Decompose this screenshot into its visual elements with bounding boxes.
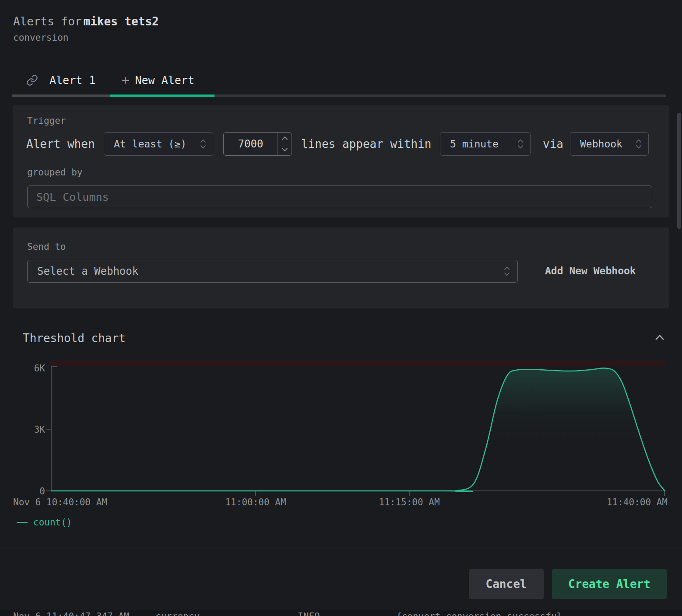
page-title-source-name: mikes tets2	[84, 15, 159, 28]
log-timestamp: Nov 6 11:40:47.347 AM	[13, 611, 130, 616]
background-log-row: Nov 6 11:40:47.347 AM currency INFO {con…	[0, 610, 682, 616]
chevron-down-icon	[281, 147, 288, 152]
y-tick-0: 0	[39, 486, 45, 497]
x-tick-1115: 11:15:00 AM	[379, 497, 439, 508]
comparator-value: At least (≥)	[114, 138, 186, 150]
trigger-middle-text: lines appear within	[301, 137, 431, 150]
tab-underline-inactive	[12, 94, 110, 97]
send-to-panel: Send to Select a Webhook Add New Webhook	[13, 228, 669, 308]
trigger-section-label: Trigger	[27, 116, 66, 126]
tab-alert-1[interactable]: Alert 1	[12, 66, 110, 94]
tab-new-alert-label: New Alert	[135, 74, 194, 87]
grouped-by-input[interactable]	[27, 186, 652, 208]
tab-new-alert[interactable]: + New Alert	[110, 66, 214, 94]
page-title: Alerts formikes tets2	[13, 15, 159, 28]
grouped-by-label: grouped by	[27, 167, 82, 178]
create-alert-button[interactable]: Create Alert	[552, 569, 667, 599]
count-series-area	[51, 368, 665, 491]
plus-icon: +	[122, 74, 129, 87]
footer-divider	[0, 549, 682, 549]
chevron-up-icon	[281, 136, 288, 140]
number-decrement-button[interactable]	[278, 144, 292, 155]
threshold-zone-band	[51, 360, 665, 366]
trigger-panel: Trigger Alert when At least (≥) lines ap…	[13, 105, 669, 217]
chart-legend: count()	[17, 517, 72, 528]
page-subtitle: conversion	[13, 32, 68, 43]
threshold-chart: 6K 3K 0 Nov 6 10:40:00 AM 11:00:00 AM 11…	[0, 341, 682, 529]
send-to-label: Send to	[27, 242, 66, 252]
scrollbar-thumb[interactable]	[677, 113, 681, 229]
comparator-select[interactable]: At least (≥)	[104, 132, 213, 156]
log-level: INFO	[298, 611, 320, 616]
channel-select[interactable]: Webhook	[570, 132, 649, 156]
trigger-via-text: via	[543, 137, 563, 150]
chevron-updown-icon	[517, 138, 524, 150]
x-tick-start: Nov 6 10:40:00 AM	[13, 497, 107, 508]
number-spinner	[278, 133, 292, 155]
time-window-select[interactable]: 5 minute	[440, 132, 531, 156]
chevron-updown-icon	[503, 265, 510, 277]
y-tick-3k: 3K	[34, 424, 46, 435]
cancel-button[interactable]: Cancel	[469, 569, 544, 599]
threshold-number-input-group	[223, 132, 292, 156]
legend-line-swatch	[17, 522, 28, 523]
log-service: currency	[155, 611, 200, 616]
page-title-prefix: Alerts for	[13, 15, 82, 28]
log-message: {convert conversion successful	[396, 611, 562, 616]
chevron-updown-icon	[635, 138, 642, 150]
threshold-number-input[interactable]	[224, 133, 278, 155]
webhook-select-placeholder: Select a Webhook	[37, 265, 138, 277]
y-tick-6k: 6K	[34, 363, 46, 374]
trigger-prefix-text: Alert when	[26, 137, 95, 150]
x-tick-1100: 11:00:00 AM	[225, 497, 286, 508]
link-icon	[26, 74, 38, 86]
time-window-value: 5 minute	[450, 138, 499, 150]
x-tick-end: 11:40:00 AM	[607, 497, 668, 508]
number-increment-button[interactable]	[278, 133, 292, 144]
tab-alert-1-label: Alert 1	[49, 74, 95, 87]
legend-series-label: count()	[33, 517, 72, 528]
chevron-updown-icon	[200, 138, 207, 150]
add-new-webhook-button[interactable]: Add New Webhook	[545, 265, 636, 276]
tabs-divider	[214, 94, 666, 97]
channel-value: Webhook	[580, 138, 622, 150]
webhook-select[interactable]: Select a Webhook	[27, 260, 518, 283]
tab-underline-active	[110, 94, 214, 97]
